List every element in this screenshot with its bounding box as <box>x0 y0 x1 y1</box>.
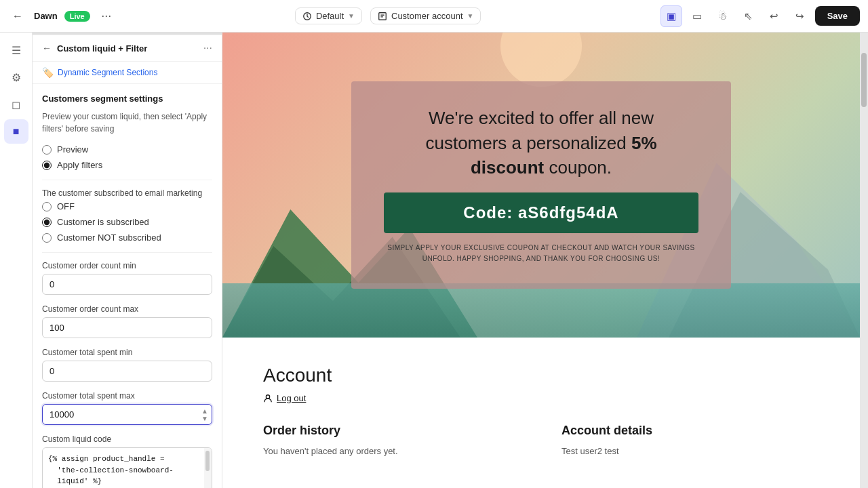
off-radio[interactable]: OFF <box>42 201 212 211</box>
hero-discount: 5% <box>631 133 657 153</box>
main-layout: ☰ ⚙ ◻ ■ ← Custom liquid + Filter ··· 🏷️ … <box>0 33 868 488</box>
total-spent-max-label: Customer total spent max <box>42 391 212 401</box>
preview-filter-group: Preview Apply filters <box>42 144 212 170</box>
apply-filters-radio-label: Apply filters <box>57 160 102 170</box>
topbar-center: Default ▼ Customer account ▼ <box>124 7 652 24</box>
not-subscribed-radio-input[interactable] <box>42 233 52 243</box>
hero-subtext: SIMPLY APPLY YOUR EXCLUSIVE COUPON AT CH… <box>384 243 698 264</box>
save-button[interactable]: Save <box>815 6 860 26</box>
page-icon <box>378 12 387 21</box>
not-subscribed-radio[interactable]: Customer NOT subscribed <box>42 232 212 243</box>
undo-button[interactable]: ↩ <box>764 5 785 27</box>
total-spent-min-input[interactable] <box>42 361 212 382</box>
hero-text-line2: customers a personalized <box>425 133 626 153</box>
account-details-name: Test user2 test <box>561 445 819 459</box>
hero-card: We're excited to offer all new customers… <box>351 81 731 288</box>
topbar-more-button[interactable]: ··· <box>97 7 116 26</box>
segment-settings-title: Customers segment settings <box>42 94 212 104</box>
sidebar-title: Custom liquid + Filter <box>57 43 147 54</box>
custom-liquid-editor: {% assign product_handle = 'the-collecti… <box>42 447 212 488</box>
total-spent-min-field: Customer total spent min <box>42 348 212 382</box>
apply-filters-radio[interactable]: Apply filters <box>42 160 212 170</box>
logout-link[interactable]: Log out <box>263 393 819 403</box>
custom-liquid-input[interactable]: {% assign product_handle = 'the-collecti… <box>43 448 204 488</box>
back-button[interactable]: ← <box>8 7 27 26</box>
code-editor-scrollbar[interactable] <box>204 448 212 488</box>
tablet-view-button[interactable]: ▭ <box>686 5 708 27</box>
store-name: Dawn <box>34 11 58 21</box>
order-count-min-input[interactable] <box>42 274 212 295</box>
total-spent-max-field: Customer total spent max ▲ ▼ <box>42 391 212 425</box>
hero-main-text: We're excited to offer all new customers… <box>384 106 698 180</box>
rail-apps-icon[interactable]: ◻ <box>4 92 28 117</box>
total-spent-max-spinner[interactable]: ▲ ▼ <box>201 407 208 422</box>
segment-settings-desc: Preview your custom liquid, then select … <box>42 110 212 135</box>
topbar: ← Dawn Live ··· Default ▼ Customer accou… <box>0 0 868 33</box>
desktop-view-button[interactable]: ▣ <box>660 5 682 27</box>
subscribed-radio[interactable]: Customer is subscribed <box>42 217 212 227</box>
subscribed-radio-label: Customer is subscribed <box>57 217 149 227</box>
email-marketing-label: The customer subscribed to email marketi… <box>42 188 212 198</box>
order-history-column: Order history You haven't placed any ord… <box>263 424 521 459</box>
order-count-min-field: Customer order count min <box>42 261 212 295</box>
order-history-empty-text: You haven't placed any orders yet. <box>263 445 521 459</box>
total-spent-max-input[interactable] <box>42 404 212 425</box>
coupon-code-box: Code: aS6dfg54dA <box>384 192 698 233</box>
off-radio-label: OFF <box>57 201 75 211</box>
not-subscribed-radio-label: Customer NOT subscribed <box>57 232 161 243</box>
mobile-view-button[interactable]: ☃ <box>712 5 734 27</box>
preview-scrollbar[interactable] <box>860 33 868 488</box>
sidebar-breadcrumb[interactable]: 🏷️ Dynamic Segment Sections <box>33 62 222 84</box>
topbar-left: ← Dawn Live ··· <box>8 7 116 26</box>
off-radio-input[interactable] <box>42 202 52 211</box>
svg-point-6 <box>266 394 269 398</box>
icon-rail: ☰ ⚙ ◻ ■ <box>0 33 33 488</box>
rail-blocks-icon[interactable]: ■ <box>4 119 28 144</box>
preview-wrapper: We're excited to offer all new customers… <box>222 33 868 488</box>
rail-settings-icon[interactable]: ⚙ <box>4 65 28 89</box>
code-scroll-thumb <box>205 451 210 471</box>
rail-sections-icon[interactable]: ☰ <box>4 38 28 62</box>
sidebar-header-left: ← Custom liquid + Filter <box>42 43 147 54</box>
hero-discount-value: 5% <box>631 133 657 153</box>
hero-banner: We're excited to offer all new customers… <box>222 33 860 338</box>
spinner-down-button[interactable]: ▼ <box>201 415 208 422</box>
page-selector[interactable]: Customer account ▼ <box>370 7 481 24</box>
page-label: Customer account <box>391 11 463 21</box>
theme-selector[interactable]: Default ▼ <box>295 7 362 24</box>
breadcrumb-icon: 🏷️ <box>42 67 54 78</box>
account-columns: Order history You haven't placed any ord… <box>263 424 819 459</box>
hero-coupon-word: coupon. <box>549 157 612 178</box>
account-details-title: Account details <box>561 424 819 438</box>
sidebar-content: Customers segment settings Preview your … <box>33 84 222 488</box>
sidebar-more-button[interactable]: ··· <box>203 42 212 54</box>
custom-liquid-label: Custom liquid code <box>42 434 212 444</box>
breadcrumb-label: Dynamic Segment Sections <box>58 68 157 77</box>
svg-rect-1 <box>379 12 387 20</box>
theme-label: Default <box>316 11 344 21</box>
redo-button[interactable]: ↪ <box>789 5 811 27</box>
email-marketing-group: OFF Customer is subscribed Customer NOT … <box>42 201 212 243</box>
order-count-max-input[interactable] <box>42 317 212 338</box>
preview-radio-input[interactable] <box>42 145 52 155</box>
sidebar-back-icon[interactable]: ← <box>42 43 52 54</box>
preview-radio[interactable]: Preview <box>42 144 212 155</box>
order-count-max-label: Customer order count max <box>42 304 212 314</box>
logout-label: Log out <box>277 393 306 403</box>
preview-scroll-thumb <box>861 53 867 107</box>
total-spent-min-label: Customer total spent min <box>42 348 212 357</box>
hero-overlay: We're excited to offer all new customers… <box>222 33 860 338</box>
theme-icon <box>302 12 312 21</box>
live-badge: Live <box>64 11 90 22</box>
preview-area: We're excited to offer all new customers… <box>222 33 860 488</box>
sidebar-panel: ← Custom liquid + Filter ··· 🏷️ Dynamic … <box>33 33 222 488</box>
topbar-right: ▣ ▭ ☃ ⇖ ↩ ↪ Save <box>660 5 860 27</box>
apply-filters-radio-input[interactable] <box>42 161 52 170</box>
order-count-min-label: Customer order count min <box>42 261 212 270</box>
hero-text-line1: We're excited to offer all new <box>429 108 654 128</box>
subscribed-radio-input[interactable] <box>42 218 52 227</box>
logout-icon <box>263 394 273 403</box>
preview-radio-label: Preview <box>57 144 88 155</box>
expand-button[interactable]: ⇖ <box>738 5 760 27</box>
spinner-up-button[interactable]: ▲ <box>201 407 208 414</box>
